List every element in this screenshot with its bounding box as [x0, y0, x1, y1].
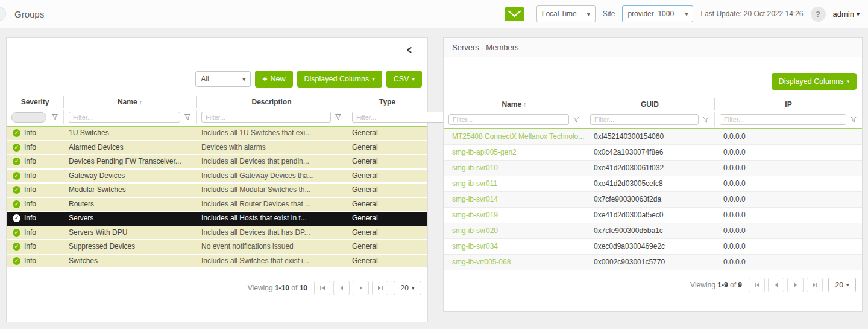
- member-name-link[interactable]: smg-ib-svr034: [444, 239, 585, 254]
- member-name-link[interactable]: smg-ib-svr020: [444, 223, 585, 238]
- ip-filter-input[interactable]: [720, 114, 846, 125]
- group-name: Suppressed Devices: [64, 240, 197, 254]
- table-row[interactable]: ✓ Info Switches Includes all Switches th…: [7, 255, 427, 269]
- severity-label: Info: [24, 184, 36, 197]
- mail-button[interactable]: [505, 7, 524, 21]
- funnel-icon[interactable]: [180, 113, 191, 121]
- chevron-down-icon: ▾: [412, 76, 415, 82]
- member-name-link[interactable]: MT25408 ConnectX Mellanox Technolo...: [444, 129, 585, 144]
- time-mode-select[interactable]: Local Time ▾: [536, 5, 596, 22]
- next-page-button[interactable]: [787, 278, 804, 292]
- funnel-icon[interactable]: [48, 113, 58, 121]
- column-header-name[interactable]: Name↑: [64, 96, 197, 108]
- member-name-link[interactable]: smg-ib-svr010: [444, 161, 585, 176]
- column-header-description[interactable]: Description: [197, 96, 347, 108]
- name-filter-input[interactable]: [448, 114, 569, 125]
- table-row[interactable]: ✓ Info Devices Pending FW Transceiver...…: [7, 155, 427, 170]
- group-filter-select[interactable]: All ▾: [195, 71, 251, 87]
- table-row[interactable]: smg-ib-svr020 0x7cfe900300d5ba1c 0.0.0.0: [444, 223, 862, 239]
- severity-filter-select[interactable]: [11, 112, 46, 123]
- table-row[interactable]: MT25408 ConnectX Mellanox Technolo... 0x…: [444, 129, 862, 145]
- chevron-down-icon: ▾: [372, 76, 375, 82]
- funnel-icon[interactable]: [699, 116, 709, 123]
- member-ip: 0.0.0.0: [715, 145, 862, 160]
- groups-panel: < All ▾ + New Displayed Columns ▾ CSV ▾ …: [6, 37, 428, 322]
- table-row[interactable]: smg-ib-apl005-gen2 0x0c42a1030074f8e6 0.…: [444, 145, 862, 161]
- help-button[interactable]: ?: [811, 7, 826, 22]
- column-header-name[interactable]: Name↑: [444, 98, 585, 110]
- user-name: admin: [833, 10, 854, 19]
- displayed-columns-button[interactable]: Displayed Columns ▾: [297, 71, 382, 88]
- funnel-icon[interactable]: [331, 113, 342, 121]
- table-row[interactable]: smg-ib-svr011 0xe41d2d03005cefc8 0.0.0.0: [444, 176, 862, 192]
- csv-label: CSV: [394, 75, 409, 83]
- nav-toggle-partial[interactable]: [0, 7, 6, 21]
- table-row[interactable]: ✓ Info Routers Includes all Router Devic…: [7, 198, 427, 212]
- prev-page-button[interactable]: [333, 281, 350, 295]
- envelope-icon: [507, 10, 522, 19]
- groups-filter-row: [7, 110, 427, 124]
- guid-filter-input[interactable]: [590, 114, 699, 125]
- top-bar: Groups Local Time ▾ Site provider_1000 ▾…: [0, 0, 868, 28]
- table-row[interactable]: ✓ Info Alarmed Devices Devices with alar…: [7, 141, 427, 156]
- member-name-link[interactable]: smg-ib-svr014: [444, 192, 585, 207]
- member-guid: 0x0002c903001c5770: [585, 255, 715, 270]
- type-filter-input[interactable]: [352, 112, 446, 123]
- column-header-ip[interactable]: IP: [715, 98, 862, 110]
- group-description: Devices with alarms: [197, 141, 347, 155]
- prev-page-icon: [339, 285, 345, 291]
- site-select[interactable]: provider_1000 ▾: [622, 5, 693, 22]
- group-description: Includes all 1U Switches that exi...: [197, 127, 347, 140]
- table-row[interactable]: smg-ib-vrt005-068 0x0002c903001c5770 0.0…: [444, 255, 862, 270]
- table-row[interactable]: smg-ib-svr014 0x7cfe90030063f2da 0.0.0.0: [444, 192, 862, 208]
- user-menu[interactable]: admin ▾: [833, 10, 860, 19]
- page-size-select[interactable]: 20 ▾: [394, 281, 421, 295]
- last-page-button[interactable]: [372, 281, 388, 295]
- plus-icon: +: [262, 74, 267, 84]
- funnel-icon[interactable]: [569, 116, 580, 123]
- severity-label: Info: [24, 240, 36, 254]
- displayed-columns-button[interactable]: Displayed Columns ▾: [772, 73, 857, 90]
- member-name-link[interactable]: smg-ib-apl005-gen2: [444, 145, 585, 160]
- table-row[interactable]: ✓ Info Gateway Devices Includes all Gate…: [7, 170, 427, 184]
- group-name: Routers: [64, 198, 197, 211]
- groups-table-header: Severity Name↑ Description Type: [7, 96, 427, 108]
- member-name-link[interactable]: smg-ib-svr011: [444, 176, 585, 191]
- first-page-button[interactable]: [314, 281, 330, 295]
- table-row[interactable]: ✓ Info Servers Includes all Hosts that e…: [7, 212, 427, 226]
- groups-page: Groups Local Time ▾ Site provider_1000 ▾…: [0, 0, 868, 329]
- column-header-guid[interactable]: GUID: [585, 98, 715, 110]
- funnel-icon[interactable]: [846, 116, 857, 123]
- table-row[interactable]: ✓ Info Suppressed Devices No event notif…: [7, 240, 427, 255]
- group-type: General: [347, 255, 427, 268]
- severity-label: Info: [24, 198, 36, 211]
- table-row[interactable]: ✓ Info 1U Switches Includes all 1U Switc…: [7, 127, 427, 141]
- check-circle-icon: ✓: [13, 229, 20, 237]
- member-name-link[interactable]: smg-ib-vrt005-068: [444, 255, 585, 270]
- csv-export-button[interactable]: CSV ▾: [386, 71, 422, 88]
- member-name-link[interactable]: smg-ib-svr019: [444, 208, 585, 223]
- time-mode-value: Local Time: [542, 10, 577, 18]
- site-label: Site: [603, 10, 615, 18]
- column-header-severity[interactable]: Severity: [7, 96, 64, 108]
- next-page-button[interactable]: [353, 281, 369, 295]
- prev-page-button[interactable]: [768, 278, 784, 292]
- last-page-button[interactable]: [807, 278, 823, 292]
- table-row[interactable]: ✓ Info Servers With DPU Includes all Dev…: [7, 226, 427, 241]
- column-header-type[interactable]: Type: [347, 96, 427, 108]
- description-filter-input[interactable]: [201, 112, 331, 123]
- group-description: No event notifications issued: [197, 240, 347, 254]
- new-group-button[interactable]: + New: [255, 71, 292, 88]
- name-filter-input[interactable]: [69, 112, 180, 123]
- table-row[interactable]: ✓ Info Modular Switches Includes all Mod…: [7, 184, 427, 198]
- last-update-text: Last Update: 20 Oct 2022 14:26: [700, 10, 803, 18]
- table-row[interactable]: smg-ib-svr019 0xe41d2d0300af5ec0 0.0.0.0: [444, 208, 862, 223]
- first-page-button[interactable]: [749, 278, 765, 292]
- site-value: provider_1000: [627, 10, 674, 18]
- groups-table-body: ✓ Info 1U Switches Includes all 1U Switc…: [7, 127, 427, 269]
- member-guid: 0x7cfe900300d5ba1c: [585, 223, 715, 238]
- page-size-select[interactable]: 20 ▾: [828, 278, 856, 292]
- collapse-panel-button[interactable]: <: [407, 44, 412, 57]
- table-row[interactable]: smg-ib-svr010 0xe41d2d030061f032 0.0.0.0: [444, 161, 862, 176]
- table-row[interactable]: smg-ib-svr034 0xec0d9a0300469e2c 0.0.0.0: [444, 239, 862, 255]
